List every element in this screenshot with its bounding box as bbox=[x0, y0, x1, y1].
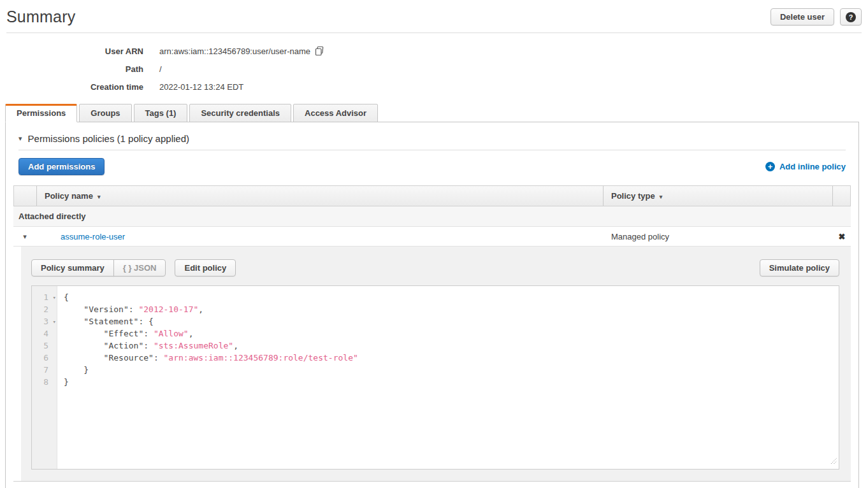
tab-groups[interactable]: Groups bbox=[79, 104, 131, 122]
code-line: } bbox=[64, 376, 839, 388]
tab-bar: Permissions Groups Tags (1) Security cre… bbox=[5, 104, 859, 122]
header-policy-name[interactable]: Policy name ▾ bbox=[37, 186, 603, 206]
info-row-user-arn: User ARN arn:aws:iam::123456789:user/use… bbox=[0, 42, 868, 60]
policy-remove-cell: ✖ bbox=[833, 227, 851, 246]
gutter-line-number: 2 bbox=[32, 303, 57, 315]
code-line: "Statement": { bbox=[64, 315, 839, 327]
policy-detail-panel: Policy summary { } JSON Edit policy Simu… bbox=[21, 247, 851, 481]
policy-name-link[interactable]: assume-role-user bbox=[61, 232, 125, 241]
policy-detail-buttons: Policy summary { } JSON Edit policy Simu… bbox=[31, 259, 839, 276]
permissions-policies-section-toggle[interactable]: ▾ Permissions policies (1 policy applied… bbox=[18, 133, 846, 144]
json-view-button[interactable]: { } JSON bbox=[113, 259, 166, 276]
code-line: "Action": "sts:AssumeRole", bbox=[64, 340, 839, 352]
policy-type-header-label: Policy type bbox=[611, 191, 655, 201]
attached-directly-label: Attached directly bbox=[18, 212, 85, 221]
edit-policy-button[interactable]: Edit policy bbox=[175, 259, 236, 276]
attached-directly-group-row: Attached directly bbox=[13, 206, 851, 227]
policy-row-assume-role-user: ▾ assume-role-user Managed policy ✖ bbox=[13, 227, 851, 247]
code-line: { bbox=[64, 291, 839, 303]
policy-table: Policy name ▾ Policy type ▾ Attached dir… bbox=[13, 185, 851, 482]
policy-actions-row: Add permissions + Add inline policy bbox=[18, 158, 846, 175]
fold-caret-icon[interactable]: ▾ bbox=[53, 316, 56, 328]
gutter-line-number: 1▾ bbox=[32, 291, 57, 303]
permissions-policies-title: Permissions policies (1 policy applied) bbox=[28, 133, 189, 144]
user-arn-value-wrap: arn:aws:iam::123456789:user/user-name bbox=[159, 46, 324, 56]
info-row-path: Path / bbox=[0, 60, 868, 78]
code-line: "Version": "2012-10-17", bbox=[64, 303, 839, 315]
sort-caret-icon: ▾ bbox=[660, 192, 663, 200]
tab-security-credentials[interactable]: Security credentials bbox=[189, 104, 291, 122]
policy-view-toggle-group: Policy summary { } JSON bbox=[31, 259, 166, 276]
policy-summary-button[interactable]: Policy summary bbox=[31, 259, 114, 276]
simulate-policy-button[interactable]: Simulate policy bbox=[760, 259, 839, 276]
editor-code[interactable]: { "Version": "2012-10-17", "Statement": … bbox=[57, 286, 839, 469]
user-arn-value: arn:aws:iam::123456789:user/user-name bbox=[159, 47, 310, 56]
header-actions-column bbox=[832, 186, 850, 206]
sort-caret-icon: ▾ bbox=[98, 192, 101, 200]
help-button[interactable]: ? bbox=[840, 8, 862, 25]
path-value: / bbox=[159, 64, 162, 74]
code-line: "Effect": "Allow", bbox=[64, 327, 839, 340]
info-row-creation-time: Creation time 2022-01-12 13:24 EDT bbox=[0, 78, 868, 96]
code-line: "Resource": "arn:aws:iam::123456789:role… bbox=[64, 352, 839, 364]
section-collapse-icon: ▾ bbox=[18, 134, 22, 143]
json-policy-editor[interactable]: 1▾23▾45678 { "Version": "2012-10-17", "S… bbox=[31, 285, 839, 470]
detach-policy-icon[interactable]: ✖ bbox=[839, 232, 846, 241]
row-expand-cell: ▾ bbox=[13, 227, 36, 246]
plus-circle-icon: + bbox=[765, 162, 775, 171]
editor-resize-handle[interactable] bbox=[830, 456, 837, 468]
add-inline-policy-link[interactable]: + Add inline policy bbox=[765, 162, 846, 171]
user-arn-label: User ARN bbox=[0, 47, 159, 56]
policy-detail-row: Policy summary { } JSON Edit policy Simu… bbox=[13, 247, 851, 482]
policy-name-cell: assume-role-user bbox=[36, 227, 604, 246]
user-info-block: User ARN arn:aws:iam::123456789:user/use… bbox=[0, 42, 868, 96]
editor-gutter: 1▾23▾45678 bbox=[32, 286, 57, 469]
tab-permissions[interactable]: Permissions bbox=[5, 104, 77, 122]
page-title: Summary bbox=[6, 8, 75, 26]
code-line: } bbox=[64, 364, 839, 376]
add-permissions-button[interactable]: Add permissions bbox=[18, 158, 105, 175]
page-header: Summary Delete user ? bbox=[0, 0, 868, 32]
header-policy-type[interactable]: Policy type ▾ bbox=[603, 186, 832, 206]
copy-icon[interactable] bbox=[315, 46, 324, 56]
section-divider bbox=[18, 150, 846, 150]
creation-time-label: Creation time bbox=[0, 82, 159, 92]
gutter-line-number: 5 bbox=[32, 340, 57, 352]
header-select-column bbox=[14, 186, 37, 206]
fold-caret-icon[interactable]: ▾ bbox=[53, 292, 56, 304]
gutter-line-number: 4 bbox=[32, 327, 57, 340]
gutter-line-number: 8 bbox=[32, 376, 57, 388]
delete-user-button[interactable]: Delete user bbox=[770, 8, 834, 25]
creation-time-value: 2022-01-12 13:24 EDT bbox=[159, 82, 243, 92]
permissions-tab-content: ▾ Permissions policies (1 policy applied… bbox=[5, 122, 859, 488]
policy-table-header: Policy name ▾ Policy type ▾ bbox=[13, 185, 851, 206]
header-divider bbox=[6, 32, 862, 33]
policy-type-cell: Managed policy bbox=[604, 227, 833, 246]
help-icon: ? bbox=[846, 12, 856, 22]
add-inline-policy-label: Add inline policy bbox=[779, 162, 846, 171]
header-actions: Delete user ? bbox=[770, 8, 862, 25]
row-expand-caret-icon[interactable]: ▾ bbox=[23, 233, 27, 241]
tab-tags[interactable]: Tags (1) bbox=[134, 104, 188, 122]
gutter-line-number: 3▾ bbox=[32, 315, 57, 327]
gutter-line-number: 7 bbox=[32, 364, 57, 376]
path-label: Path bbox=[0, 64, 159, 74]
policy-name-header-label: Policy name bbox=[45, 191, 93, 201]
tab-access-advisor[interactable]: Access Advisor bbox=[293, 104, 378, 122]
gutter-line-number: 6 bbox=[32, 352, 57, 364]
